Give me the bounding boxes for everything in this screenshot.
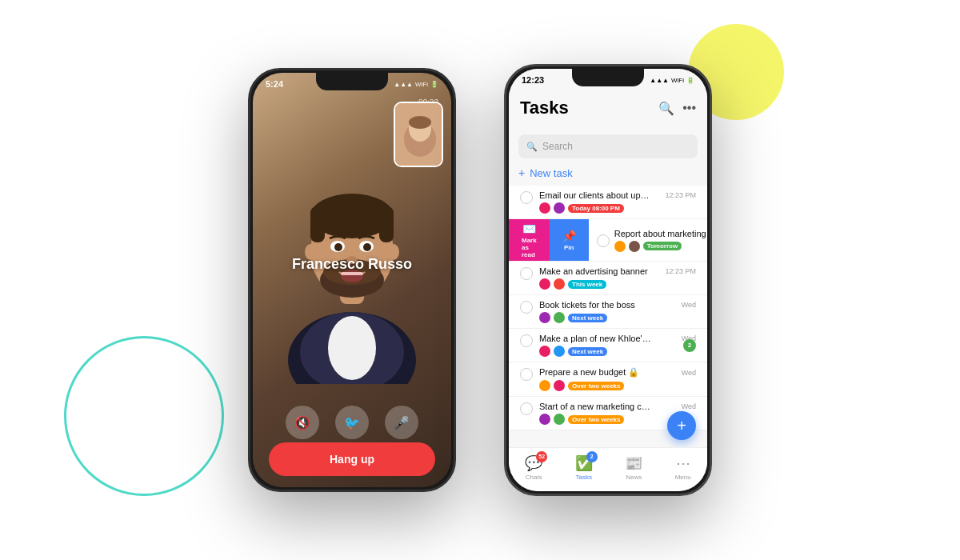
tasks-nav-label: Tasks [575, 474, 591, 481]
task-time: Wed [682, 402, 696, 410]
task-name: Email our clients about upcomi... [539, 190, 651, 200]
search-bar[interactable]: 🔍 Search [518, 134, 698, 158]
task-time: Wed [682, 301, 696, 309]
menu-label: Menu [675, 474, 691, 481]
phone-video-call: 5:24 ▲▲▲ WiFi 🔋 00:23 Francesco Russo [248, 68, 456, 492]
due-badge: Next week [568, 314, 607, 322]
new-task-row[interactable]: + New task [518, 166, 698, 179]
task-name: Start of a new marketing campaign [539, 402, 651, 411]
mute-button[interactable]: 🔇 [286, 406, 319, 439]
news-label: News [626, 474, 642, 481]
self-video-thumbnail [394, 102, 443, 167]
video-status-icons: ▲▲▲ WiFi 🔋 [394, 81, 438, 88]
pin-action[interactable]: 📌 Pin [550, 219, 589, 261]
task-name: Make a plan of new Khloe's office [539, 334, 651, 343]
task-checkbox[interactable] [520, 368, 533, 381]
svg-point-12 [334, 243, 342, 251]
tasks-status-time: 12:23 [522, 75, 544, 85]
avatar [539, 414, 550, 425]
avatar [629, 241, 640, 252]
task-checkbox[interactable] [520, 301, 533, 314]
call-controls: 🔇 🐦 🎤 [253, 406, 451, 439]
task-item[interactable]: Make a plan of new Khloe's office Wed Ne… [509, 329, 707, 362]
mic-button[interactable]: 🎤 [385, 406, 418, 439]
svg-rect-6 [310, 206, 325, 242]
menu-icon: ⋯ [676, 454, 690, 472]
nav-item-news[interactable]: 📰 News [625, 454, 642, 481]
tasks-header: Tasks 🔍 ••• [509, 91, 707, 122]
avatar [554, 202, 565, 214]
task-time: 12:23 PM [665, 191, 696, 199]
task-checkbox[interactable] [520, 334, 533, 347]
avatar [554, 414, 565, 425]
pin-label: Pin [564, 244, 574, 251]
tasks-badge: 2 [586, 451, 598, 462]
search-bar-icon: 🔍 [526, 142, 538, 152]
chats-badge: 52 [536, 451, 547, 462]
task-time: 12:23 PM [665, 267, 696, 275]
nav-item-chats[interactable]: 💬 52 Chats [525, 454, 542, 481]
plus-icon: + [518, 166, 525, 179]
due-badge: Tomorrow [643, 242, 682, 250]
due-badge: Over two weeks [568, 382, 624, 390]
nav-item-menu[interactable]: ⋯ Menu [675, 454, 691, 481]
task-name: Prepare a new budget 🔒 [539, 367, 639, 378]
svg-point-22 [409, 116, 431, 129]
due-badge: This week [568, 280, 606, 289]
search-placeholder-text: Search [542, 141, 573, 152]
task-item[interactable]: Book tickets for the boss Wed Next week [509, 295, 707, 329]
scene: 5:24 ▲▲▲ WiFi 🔋 00:23 Francesco Russo [0, 0, 960, 560]
video-status-time: 5:24 [266, 79, 283, 89]
tasks-header-actions: 🔍 ••• [658, 101, 696, 116]
hangup-button[interactable]: Hang up [269, 442, 435, 476]
more-options-icon[interactable]: ••• [682, 101, 696, 115]
avatar [539, 312, 550, 323]
new-task-label: New task [530, 167, 572, 179]
notch-video [316, 73, 388, 90]
task-item[interactable]: Email our clients about upcomi... 12:23 … [509, 186, 707, 219]
task-item[interactable]: Prepare a new budget 🔒 Wed Over two week… [509, 362, 707, 397]
svg-rect-7 [379, 206, 394, 242]
avatar [539, 346, 550, 357]
task-checkbox[interactable] [520, 402, 533, 415]
svg-point-2 [328, 316, 376, 380]
avatar [554, 312, 565, 323]
notch-tasks [572, 69, 644, 86]
tasks-screen: 12:23 ▲▲▲ WiFi 🔋 10% Tasks 🔍 ••• 🔍 [509, 69, 707, 491]
flip-camera-button[interactable]: 🐦 [335, 406, 369, 439]
due-badge: Today 08:00 PM [568, 204, 624, 213]
search-icon[interactable]: 🔍 [658, 101, 674, 116]
mark-as-read-action[interactable]: ✉️ Mark as read [509, 219, 550, 261]
pin-icon: 📌 [562, 230, 576, 242]
tasks-page-title: Tasks [520, 98, 569, 118]
caller-name: Francesco Russo [253, 256, 451, 273]
task-item[interactable]: Make an advertising banner 12:23 PM This… [509, 262, 707, 295]
task-list: Email our clients about upcomi... 12:23 … [509, 186, 707, 447]
task-name: Make an advertising banner [539, 266, 648, 276]
task-name: Report about marketing [614, 229, 706, 238]
avatar [614, 241, 626, 252]
task-checkbox[interactable] [597, 234, 610, 247]
bottom-navigation: 💬 52 Chats ✅ 2 Tasks 📰 News [509, 447, 707, 491]
avatar [539, 202, 550, 214]
add-task-fab[interactable]: + [667, 411, 696, 440]
task-checkbox[interactable] [520, 191, 533, 204]
mark-read-icon: ✉️ [522, 222, 536, 235]
avatar [554, 380, 565, 391]
task-checkbox[interactable] [520, 267, 533, 280]
mark-read-label: Mark as read [522, 237, 537, 258]
nav-item-tasks[interactable]: ✅ 2 Tasks [575, 454, 593, 481]
video-screen: 5:24 ▲▲▲ WiFi 🔋 00:23 Francesco Russo [253, 73, 451, 487]
due-badge: Next week [568, 347, 607, 356]
decorative-circle-teal [64, 336, 224, 496]
avatar [554, 346, 565, 357]
phone-tasks: 12:23 ▲▲▲ WiFi 🔋 10% Tasks 🔍 ••• 🔍 [504, 64, 712, 496]
chats-label: Chats [526, 474, 542, 481]
tasks-status-icons: ▲▲▲ WiFi 🔋 [650, 77, 694, 84]
news-icon: 📰 [625, 454, 642, 472]
task-count-badge: 2 [683, 339, 696, 352]
due-badge: Over two weeks [568, 415, 624, 424]
avatar [554, 278, 565, 290]
avatar [539, 380, 550, 391]
task-item-swiped[interactable]: ✉️ Mark as read 📌 Pin Report about marke [509, 219, 707, 262]
